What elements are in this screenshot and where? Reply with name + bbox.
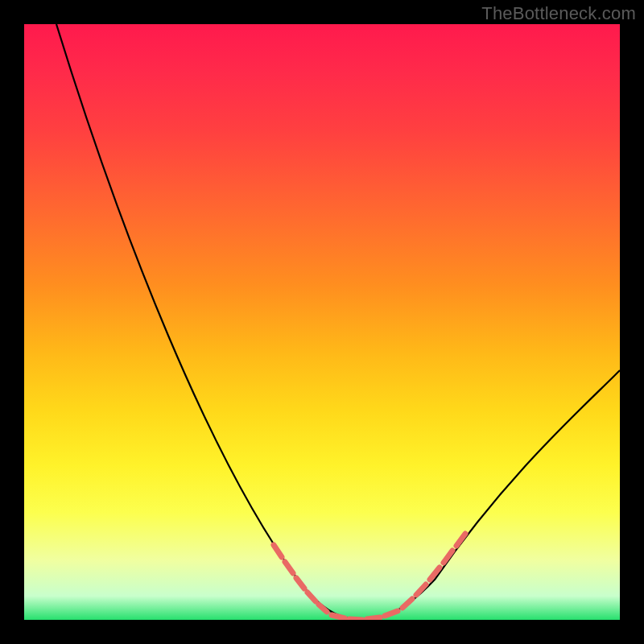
dash-segment [444,551,452,563]
chart-frame: TheBottleneck.com [0,0,644,644]
dash-segment [274,545,282,557]
dash-segment [332,615,345,618]
dash-segment [308,592,316,601]
dash-segment [285,562,293,573]
dash-segment [402,599,412,608]
dash-segment [385,611,398,616]
dash-segment [430,568,440,580]
bottleneck-curve [56,24,620,620]
curve-layer [24,24,620,620]
dash-segment [416,584,426,595]
dash-segment [296,578,304,588]
plot-area [24,24,620,620]
watermark-text: TheBottleneck.com [481,3,636,24]
dash-segment [367,617,380,619]
dash-segment [456,534,465,546]
dash-segment [349,619,362,620]
dash-segment [319,605,327,612]
